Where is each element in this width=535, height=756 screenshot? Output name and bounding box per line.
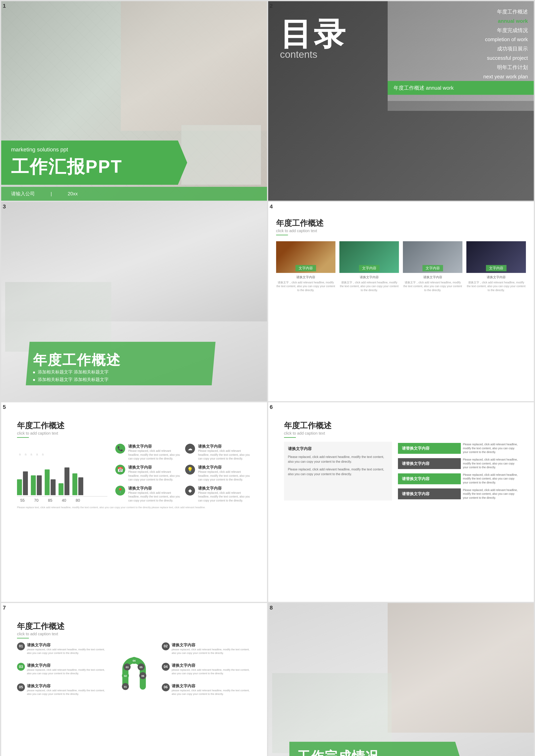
slide3-bullet-0: 添加相关标题文字 添加相关标题文字 xyxy=(33,369,109,375)
slide2-item-7: next year work plan xyxy=(483,72,528,81)
slide7-horseshoe: 01 02 03 04 05 06 xyxy=(112,647,156,691)
slide5-icon-2: 📅 请换文字内容 Please replaced, click add rele… xyxy=(115,465,181,482)
slide2-contents-list: 年度工作概述 annual work 年度完成情况 completion of … xyxy=(483,7,528,81)
slide4-img-desc-3: 请换文字，click add relevant headline, modify… xyxy=(466,281,526,292)
slide5-bar-d2 xyxy=(51,479,56,495)
slide5-bottom-text: Please replace text, click add relevant … xyxy=(17,506,251,509)
slide6-bar-3: 请替换文字内容 xyxy=(398,488,461,499)
slide7-text-2: 请换文字内容 please replaced, click add releva… xyxy=(27,663,106,675)
slide6-desc-3: Please replaced, click add relevant head… xyxy=(463,487,518,501)
slide-2: 目录 contents 年度工作概述 annual work 年度工作概述 an… xyxy=(268,1,534,201)
slide6-bar-row-1: 请替换文字内容 Please replaced, click add relev… xyxy=(398,457,518,470)
slide5-caption: click to add caption text xyxy=(17,431,251,436)
slide5-icon-title-5: 请换文字内容 xyxy=(198,486,251,491)
slide5-icon-sym-1: ☁ xyxy=(188,446,192,451)
slide4-img-placeholder-1: 文字内容 xyxy=(339,241,399,273)
slide4-number: 4 xyxy=(270,203,273,210)
slide2-item-1: annual work xyxy=(483,16,528,26)
slide6-left-text: Please replaced, click add relevant head… xyxy=(288,454,388,464)
slide5-icon-circle-0: 📞 xyxy=(115,444,125,453)
slide5-label-0: 55 xyxy=(17,498,28,503)
svg-text:02: 02 xyxy=(124,674,127,677)
slide1-number: 1 xyxy=(3,3,6,9)
slide5-bar-g4 xyxy=(72,473,77,495)
slide5-icon-title-4: 请换文字内容 xyxy=(128,486,181,491)
slide6-desc-2: Please replaced, click add relevant head… xyxy=(463,472,518,485)
slide7-left-items: 01 请换文字内容 please replaced, click add rel… xyxy=(17,642,106,696)
grid-d: a xyxy=(36,452,38,456)
svg-text:04: 04 xyxy=(132,659,135,662)
slide1-drawing xyxy=(181,125,261,185)
slide5-icon-text-4: 请换文字内容 Please replaced, click add releva… xyxy=(128,486,181,503)
slide8-number: 8 xyxy=(270,605,273,611)
slide-5: 5 年度工作概述 click to add caption text a a a… xyxy=(1,402,267,602)
slide5-bar-g0 xyxy=(17,479,22,495)
slide5-bar-g3 xyxy=(59,483,64,495)
slide5-bar-g2 xyxy=(45,469,50,495)
slide5-bargroup-3 xyxy=(59,467,70,495)
slide5-icons-grid: 📞 请换文字内容 Please replaced, click add rele… xyxy=(115,444,251,503)
slide2-subtitle: contents xyxy=(280,49,318,60)
slide7-desc-3: please replaced, click add relevant head… xyxy=(172,668,251,675)
slide5-icon-3: 💡 请换文字内容 Please replaced, click add rele… xyxy=(185,465,251,482)
slide5-header: 年度工作概述 click to add caption text xyxy=(17,420,251,438)
slide7-title-2: 请换文字内容 xyxy=(27,663,106,668)
slide5-icon-text-1: 请换文字内容 Please replaced, click add releva… xyxy=(198,444,251,461)
slide5-icon-circle-3: 💡 xyxy=(185,465,195,475)
svg-text:03: 03 xyxy=(126,666,128,669)
grid-a: a xyxy=(19,452,21,456)
slide7-badge-4: 05 xyxy=(17,683,25,691)
slide4-img-caption-3: 请换文字内容 xyxy=(487,275,506,280)
slide8-drawing xyxy=(272,673,392,753)
slide5-icon-desc-1: Please replaced, click add relevant head… xyxy=(198,449,251,461)
slide3-bullets: 添加相关标题文字 添加相关标题文字 添加相关标题文字 添加相关标题文字 xyxy=(33,368,109,383)
slide7-item-4: 05 请换文字内容 please replaced, click add rel… xyxy=(17,683,106,696)
slide4-img-0: 文字内容 请换文字内容 请换文字，click add relevant head… xyxy=(276,241,336,292)
slide7-item-0: 01 请换文字内容 please replaced, click add rel… xyxy=(17,642,106,655)
slide5-icon-text-2: 请换文字内容 Please replaced, click add releva… xyxy=(128,465,181,482)
slide1-company: 请输入公司 xyxy=(11,190,35,197)
slide6-bar-1: 请替换文字内容 xyxy=(398,458,461,469)
slide6-content: 年度工作概述 click to add caption text 请换文字内容 … xyxy=(276,410,526,594)
slide6-bar-row-3: 请替换文字内容 Please replaced, click add relev… xyxy=(398,487,518,501)
slide7-title-4: 请换文字内容 xyxy=(27,683,106,689)
slide6-left-text2: Please replaced, click add relevant head… xyxy=(288,467,388,477)
slide6-bar-row-0: 请替换文字内容 Please replaced, click add relev… xyxy=(398,442,518,455)
slide7-desc-5: please replaced, click add relevant head… xyxy=(172,689,251,696)
slide5-label-2: 85 xyxy=(45,498,56,503)
grid-b: a xyxy=(25,452,26,456)
slide3-section-title: 年度工作概述 xyxy=(33,351,121,369)
slide5-bargroup-4 xyxy=(72,473,83,495)
slide8-green-box: 工作完成情况 • 添加相关标题文字 添加相关标题文字 • 添加相关标题文字 添加… xyxy=(289,742,462,756)
slide4-img-label-2: 文字内容 xyxy=(422,265,443,271)
slide6-left-title: 请换文字内容 xyxy=(288,446,388,451)
slide3-drawing xyxy=(5,282,111,352)
slide4-img-3: 文字内容 请换文字内容 请换文字，click add relevant head… xyxy=(466,241,526,292)
slide6-underline xyxy=(284,437,296,438)
slide3-dot-1 xyxy=(33,379,35,381)
slide7-header: 年度工作概述 click to add caption text xyxy=(17,621,251,638)
slide7-text-0: 请换文字内容 please replaced, click add releva… xyxy=(27,642,106,655)
slide-1: marketing solutions ppt 工作汇报PPT 请输入公司 | … xyxy=(1,1,267,201)
slide4-img-label-1: 文字内容 xyxy=(359,265,380,271)
slide5-bar-labels: 55 70 85 40 80 xyxy=(17,498,107,503)
slide5-icon-0: 📞 请换文字内容 Please replaced, click add rele… xyxy=(115,444,181,461)
slide5-icon-5: ◆ 请换文字内容 Please replaced, click add rele… xyxy=(185,486,251,503)
slide2-item-4: 成功项目展示 xyxy=(483,44,528,53)
slide7-number: 7 xyxy=(3,605,6,611)
slide2-item-3: completion of work xyxy=(483,35,528,44)
slide2-bar-text: 年度工作概述 annual work xyxy=(394,84,454,91)
slide7-badge-3: 04 xyxy=(162,663,170,671)
slide6-main-title: 年度工作概述 xyxy=(284,420,518,431)
slide5-icon-circle-1: ☁ xyxy=(185,444,195,453)
slide5-chart-area: a a a a a xyxy=(17,444,251,503)
slide5-icon-title-0: 请换文字内容 xyxy=(128,444,181,449)
slide6-right-panel: 请替换文字内容 Please replaced, click add relev… xyxy=(398,442,518,501)
slide4-img-caption-1: 请换文字内容 xyxy=(360,275,379,280)
slide6-content-area: 请换文字内容 Please replaced, click add releva… xyxy=(284,442,518,501)
slide7-desc-4: please replaced, click add relevant head… xyxy=(27,689,106,696)
slide7-title-0: 请换文字内容 xyxy=(27,642,106,648)
slide1-title: 工作汇报PPT xyxy=(11,155,177,179)
slide3-number: 3 xyxy=(3,203,6,210)
slide4-img-placeholder-2: 文字内容 xyxy=(403,241,463,273)
